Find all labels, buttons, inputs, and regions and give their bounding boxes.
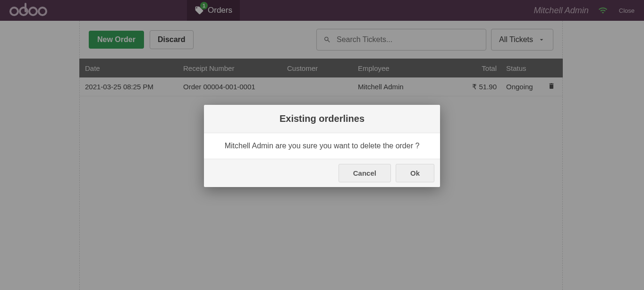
modal-overlay[interactable]: Existing orderlines Mitchell Admin are y… — [0, 0, 644, 290]
ok-button[interactable]: Ok — [396, 164, 434, 182]
cancel-button[interactable]: Cancel — [339, 164, 391, 182]
modal-body: Mitchell Admin are you sure you want to … — [204, 133, 440, 159]
modal-title: Existing orderlines — [204, 105, 440, 133]
modal-footer: Cancel Ok — [204, 159, 440, 187]
confirm-modal: Existing orderlines Mitchell Admin are y… — [204, 105, 440, 187]
